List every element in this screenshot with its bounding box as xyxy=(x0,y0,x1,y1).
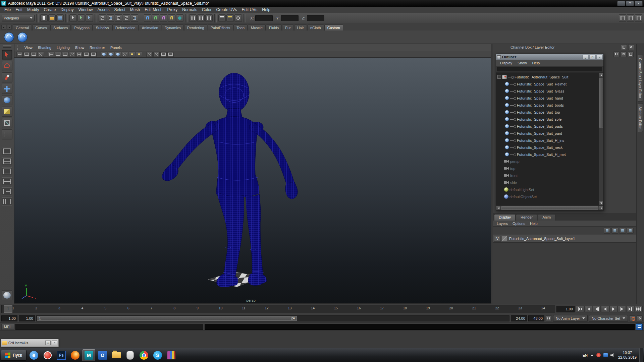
maximize-button[interactable]: □ xyxy=(626,1,634,6)
isolate-select-icon[interactable] xyxy=(160,52,167,57)
field-chart-icon[interactable] xyxy=(76,52,83,57)
x-coordinate-input[interactable] xyxy=(255,15,273,21)
sidebar-tab-attribute-editor[interactable]: Attribute Editor xyxy=(638,103,643,132)
dock-settings-icon[interactable] xyxy=(628,44,634,50)
current-time-field[interactable]: 1.00 xyxy=(556,306,575,312)
explorer-restore-button[interactable]: □ xyxy=(45,341,51,345)
select-object-icon[interactable] xyxy=(77,14,85,22)
snap-to-curve-icon[interactable] xyxy=(152,14,159,22)
outliner-close-button[interactable]: × xyxy=(597,55,602,59)
statusline-separator[interactable] xyxy=(36,14,39,22)
scrollbar-thumb[interactable] xyxy=(599,78,603,128)
show-desktop-button[interactable] xyxy=(639,348,643,362)
selection-mask-deformations-icon[interactable] xyxy=(123,14,130,22)
outliner-menu-help[interactable]: Help xyxy=(530,61,543,65)
image-plane-icon[interactable] xyxy=(38,52,44,57)
panel-menu-shading[interactable]: Shading xyxy=(35,46,54,50)
gate-mask-icon[interactable] xyxy=(69,52,75,57)
input-connections-icon[interactable] xyxy=(189,14,197,22)
playback-end-field[interactable]: 24.00 xyxy=(511,315,527,321)
anim-layer-dropdown[interactable]: No Anim Layer xyxy=(553,315,588,322)
outliner-camera-item[interactable]: side xyxy=(496,179,599,186)
collapse-icon[interactable]: - xyxy=(497,75,501,79)
lasso-select-tool[interactable] xyxy=(2,61,12,71)
outliner-menu-display[interactable]: Display xyxy=(497,61,515,65)
shelf-tab-painteffects[interactable]: PaintEffects xyxy=(208,24,233,31)
y-coordinate-input[interactable] xyxy=(281,15,299,21)
safe-title-icon[interactable] xyxy=(90,52,97,57)
go-to-start-button[interactable] xyxy=(576,306,584,312)
tab-anim[interactable]: Anim xyxy=(538,214,555,221)
explorer-close-button[interactable]: × xyxy=(52,341,57,345)
outliner-camera-item[interactable]: persp xyxy=(496,158,599,165)
script-editor-icon[interactable] xyxy=(636,323,643,330)
layer-menu-options[interactable]: Options xyxy=(510,222,528,226)
volume-icon[interactable] xyxy=(610,353,615,357)
z-coordinate-input[interactable] xyxy=(307,15,324,21)
outliner-item[interactable]: Futuristic_Space_Suit_Helmet xyxy=(496,80,599,87)
selection-mask-curves-icon[interactable] xyxy=(107,14,114,22)
make-live-icon[interactable] xyxy=(176,14,183,22)
outliner-item[interactable]: Futuristic_Space_Suit_pads xyxy=(496,123,599,130)
save-scene-icon[interactable] xyxy=(56,14,64,22)
menu-assets[interactable]: Assets xyxy=(95,7,112,12)
panel-menu-view[interactable]: View xyxy=(22,46,35,50)
shelf-tab-fluids[interactable]: Fluids xyxy=(266,24,282,31)
menu-create[interactable]: Create xyxy=(41,7,58,12)
shelf-tab-toon[interactable]: Toon xyxy=(233,24,248,31)
scroll-left-icon[interactable] xyxy=(496,206,501,210)
outliner-maximize-button[interactable]: □ xyxy=(590,55,595,59)
layer-menu-help[interactable]: Help xyxy=(528,222,540,226)
menu-window[interactable]: Window xyxy=(76,7,95,12)
taskbar-outlook-icon[interactable]: O xyxy=(96,349,109,361)
command-input-field[interactable] xyxy=(15,324,203,330)
shelf-menu-icon[interactable] xyxy=(1,25,6,29)
taskbar-clock[interactable]: 10:37 22.05.2019 xyxy=(618,351,637,360)
display-layer-row[interactable]: V Futuristic_Astronaut_Space_Suit_layer1 xyxy=(493,235,636,243)
menu-help[interactable]: Help xyxy=(260,7,273,12)
outliner-item[interactable]: Futuristic_Space_Suit_pant xyxy=(496,130,599,137)
wireframe-on-shaded-icon[interactable] xyxy=(115,52,121,57)
time-slider[interactable]: 1 2 3 4 5 6 7 8 9 10 11 12 13 14 15 16 1… xyxy=(1,305,555,313)
outliner-root-item[interactable]: - Futuristic_Astronaut_Space_Suit xyxy=(496,73,599,80)
taskbar-browser-icon[interactable] xyxy=(41,349,54,361)
screen-space-ao-icon[interactable] xyxy=(146,52,153,57)
xray-icon[interactable] xyxy=(167,52,174,57)
taskbar-maya-icon[interactable]: M xyxy=(83,349,95,361)
layer-menu-layers[interactable]: Layers xyxy=(494,222,510,226)
last-tool-slot[interactable] xyxy=(2,129,12,139)
animation-start-field[interactable]: 1.00 xyxy=(1,315,17,321)
selection-mask-handles-icon[interactable] xyxy=(99,14,106,22)
outliner-menu-show[interactable]: Show xyxy=(515,61,530,65)
use-lights-icon[interactable] xyxy=(129,52,135,57)
outliner-item[interactable]: Futuristic_Space_Suit_Glass xyxy=(496,87,599,95)
layout-outliner-persp-button[interactable] xyxy=(2,197,12,205)
select-hierarchy-icon[interactable] xyxy=(69,14,77,22)
menu-modify[interactable]: Modify xyxy=(25,7,41,12)
outliner-minimize-button[interactable]: _ xyxy=(583,55,588,59)
scroll-up-icon[interactable] xyxy=(599,73,603,77)
hidden-icons-chevron-icon[interactable] xyxy=(590,354,594,356)
menu-set-selector[interactable]: Polygons xyxy=(2,15,35,21)
universal-manipulator-tool[interactable] xyxy=(2,118,12,128)
play-forwards-button[interactable] xyxy=(609,306,618,312)
shelf-tab-animation[interactable]: Animation xyxy=(139,24,161,31)
outliner-item[interactable]: Futuristic_Space_Suit_hand xyxy=(496,95,599,102)
menu-edit-mesh[interactable]: Edit Mesh xyxy=(142,7,165,12)
snap-to-view-plane-icon[interactable] xyxy=(168,14,175,22)
shelf-tab-fur[interactable]: Fur xyxy=(282,24,294,31)
anim-layer-filter-icon[interactable] xyxy=(546,315,552,321)
taskbar-utility-icon[interactable] xyxy=(124,349,137,361)
create-layer-from-selected-icon[interactable] xyxy=(627,228,634,234)
shelf-tab-polygons[interactable]: Polygons xyxy=(71,24,92,31)
menu-edit[interactable]: Edit xyxy=(13,7,25,12)
menu-select[interactable]: Select xyxy=(112,7,127,12)
language-indicator[interactable]: EN xyxy=(583,353,588,357)
layer-visibility-toggle[interactable]: V xyxy=(494,236,501,242)
show-tool-settings-icon[interactable] xyxy=(627,14,634,22)
layout-two-pane-stacked-button[interactable] xyxy=(2,177,12,185)
scrollbar-thumb[interactable] xyxy=(501,206,598,210)
film-gate-icon[interactable] xyxy=(55,52,61,57)
camera-attributes-icon[interactable] xyxy=(23,52,30,57)
taskbar-internet-explorer-icon[interactable]: e xyxy=(28,349,40,361)
